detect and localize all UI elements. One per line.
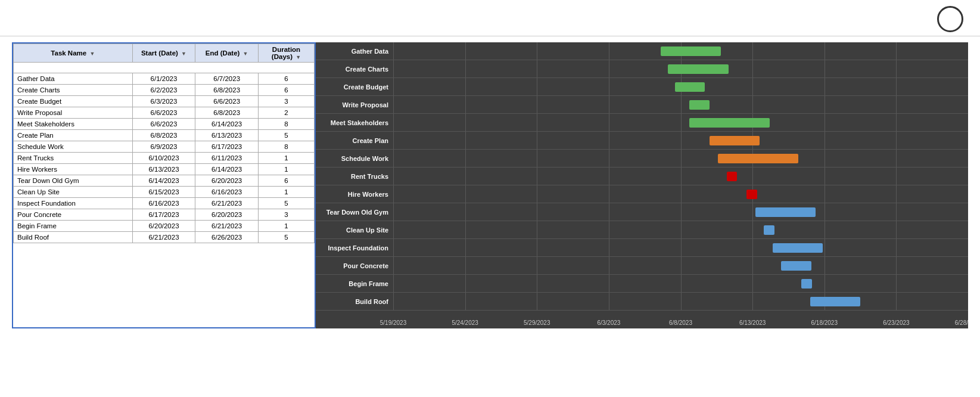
- task-end-cell: 6/14/2023: [195, 119, 259, 130]
- dur-filter-icon[interactable]: ▼: [295, 54, 301, 60]
- chart-row: Clean Up Site: [316, 221, 968, 239]
- chart-row-bars: [393, 275, 968, 292]
- x-axis-label: 6/8/2023: [669, 320, 692, 326]
- task-end-cell: 6/16/2023: [195, 187, 259, 198]
- task-name-cell: Meet Stakeholders: [14, 119, 133, 130]
- task-dur-cell: 1: [259, 187, 315, 198]
- task-name-cell: Clean Up Site: [14, 187, 133, 198]
- pm-logo: [937, 6, 963, 32]
- table-row: Pour Concrete 6/17/2023 6/20/2023 3: [14, 209, 315, 221]
- task-name-cell: Create Charts: [14, 85, 133, 96]
- chart-row-bars: [393, 114, 968, 131]
- chart-row-bars: [393, 78, 968, 95]
- table-row: Gather Data 6/1/2023 6/7/2023 6: [14, 73, 315, 85]
- chart-row-label: Write Proposal: [316, 101, 393, 108]
- bar-red: [746, 190, 757, 199]
- chart-row: Gather Data: [316, 42, 968, 60]
- task-start-cell: 6/14/2023: [132, 175, 195, 187]
- bar-green: [661, 46, 721, 56]
- col-header-start[interactable]: Start (Date) ▼: [132, 44, 195, 63]
- task-table: Task Name ▼ Start (Date) ▼ End (Date) ▼ …: [13, 44, 315, 243]
- task-start-cell: 6/21/2023: [132, 232, 195, 243]
- x-axis-label: 6/3/2023: [597, 320, 620, 326]
- x-axis-label: 6/13/2023: [739, 320, 766, 326]
- table-row: Schedule Work 6/9/2023 6/17/2023 8: [14, 141, 315, 153]
- task-table-container: Task Name ▼ Start (Date) ▼ End (Date) ▼ …: [12, 42, 316, 328]
- task-end-cell: 6/20/2023: [195, 209, 259, 221]
- task-dur-cell: 8: [259, 141, 315, 153]
- task-start-cell: 6/13/2023: [132, 164, 195, 175]
- col-header-end[interactable]: End (Date) ▼: [195, 44, 259, 63]
- chart-row: Meet Stakeholders: [316, 114, 968, 132]
- chart-row-label: Begin Frame: [316, 280, 393, 287]
- task-start-cell: 6/9/2023: [132, 141, 195, 153]
- header-center: [937, 6, 968, 32]
- chart-inner: Gather DataCreate ChartsCreate BudgetWri…: [316, 42, 968, 328]
- table-row: Create Budget 6/3/2023 6/6/2023 3: [14, 96, 315, 107]
- table-row: Create Plan 6/8/2023 6/13/2023 5: [14, 130, 315, 141]
- chart-row-label: Gather Data: [316, 48, 393, 55]
- bar-green: [668, 64, 728, 74]
- task-start-cell: 6/15/2023: [132, 187, 195, 198]
- task-name-cell: Create Plan: [14, 130, 133, 141]
- task-start-cell: 6/16/2023: [132, 198, 195, 209]
- x-axis-label: 6/28/2023: [955, 320, 968, 326]
- col-header-dur[interactable]: Duration (Days) ▼: [259, 44, 315, 63]
- task-dur-cell: 5: [259, 130, 315, 141]
- table-row: Hire Workers 6/13/2023 6/14/2023 1: [14, 164, 315, 175]
- table-row: Inspect Foundation 6/16/2023 6/21/2023 5: [14, 198, 315, 209]
- bar-blue: [755, 207, 816, 217]
- x-axis-label: 6/18/2023: [811, 320, 838, 326]
- task-name-cell: Create Budget: [14, 96, 133, 107]
- task-name-cell: Pour Concrete: [14, 209, 133, 221]
- bar-blue: [801, 279, 811, 289]
- chart-row: Create Charts: [316, 60, 968, 78]
- task-start-cell: 6/6/2023: [132, 119, 195, 130]
- chart-row: Create Plan: [316, 132, 968, 150]
- task-dur-cell: 5: [259, 232, 315, 243]
- chart-row-bars: [393, 293, 968, 310]
- gantt-chart-area: Gather DataCreate ChartsCreate BudgetWri…: [316, 42, 968, 328]
- task-dur-cell: 1: [259, 153, 315, 164]
- x-axis: 5/19/20235/24/20235/29/20236/3/20236/8/2…: [393, 311, 968, 328]
- task-dur-cell: 3: [259, 96, 315, 107]
- task-name-cell: Gather Data: [14, 73, 133, 85]
- chart-row-label: Inspect Foundation: [316, 244, 393, 252]
- task-start-cell: 6/8/2023: [132, 130, 195, 141]
- task-end-cell: 6/7/2023: [195, 73, 259, 85]
- bar-green: [675, 82, 705, 92]
- chart-row: Build Roof: [316, 293, 968, 311]
- task-end-cell: 6/21/2023: [195, 221, 259, 232]
- task-dur-cell: 3: [259, 209, 315, 221]
- chart-row-bars: [393, 185, 968, 203]
- chart-row: Tear Down Old Gym: [316, 203, 968, 221]
- chart-row: Schedule Work: [316, 150, 968, 168]
- chart-row-label: Create Charts: [316, 66, 393, 73]
- chart-row-bars: [393, 42, 968, 60]
- chart-row-bars: [393, 221, 968, 238]
- task-dur-cell: 8: [259, 119, 315, 130]
- chart-row: Rent Trucks: [316, 168, 968, 185]
- chart-row-label: Create Budget: [316, 83, 393, 91]
- task-end-cell: 6/14/2023: [195, 164, 259, 175]
- task-start-cell: 6/1/2023: [132, 73, 195, 85]
- bar-blue: [773, 243, 823, 253]
- table-row: Begin Frame 6/20/2023 6/21/2023 1: [14, 221, 315, 232]
- start-filter-icon[interactable]: ▼: [181, 51, 186, 57]
- task-filter-icon[interactable]: ▼: [89, 51, 95, 57]
- task-dur-cell: 6: [259, 73, 315, 85]
- header-left: [12, 6, 937, 8]
- task-name-cell: Schedule Work: [14, 141, 133, 153]
- end-filter-icon[interactable]: ▼: [243, 51, 248, 57]
- table-row: Clean Up Site 6/15/2023 6/16/2023 1: [14, 187, 315, 198]
- chart-row-bars: [393, 203, 968, 221]
- col-header-task[interactable]: Task Name ▼: [14, 44, 133, 63]
- table-row: Rent Trucks 6/10/2023 6/11/2023 1: [14, 153, 315, 164]
- bar-orange: [718, 154, 798, 163]
- chart-row-bars: [393, 239, 968, 256]
- empty-row: [14, 63, 315, 73]
- task-name-cell: Begin Frame: [14, 221, 133, 232]
- chart-row-bars: [393, 257, 968, 274]
- table-row: Write Proposal 6/6/2023 6/8/2023 2: [14, 107, 315, 119]
- chart-row: Inspect Foundation: [316, 239, 968, 257]
